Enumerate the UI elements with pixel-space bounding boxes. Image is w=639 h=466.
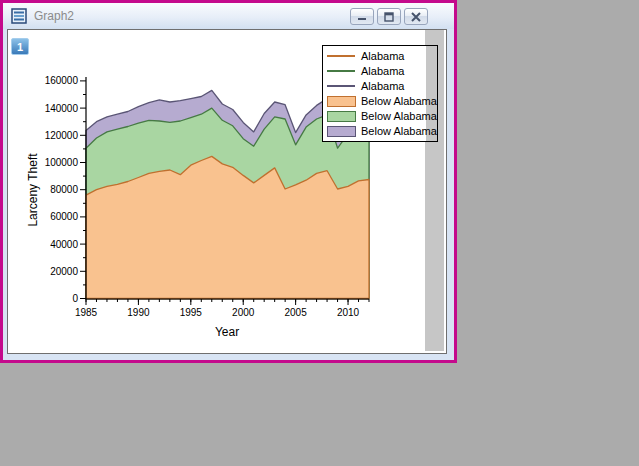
svg-text:1995: 1995 [180,307,203,318]
legend-fill-entry-2-label: Below Alabama [361,110,437,122]
desktop: { "window": { "title": "Graph2", "layer_… [0,0,639,466]
close-button[interactable] [404,8,428,25]
legend-box[interactable]: AlabamaAlabamaAlabamaBelow AlabamaBelow … [322,45,438,142]
svg-text:60000: 60000 [50,211,78,222]
minimize-button[interactable] [350,8,374,25]
legend-fill-entry-1-label: Below Alabama [361,95,437,107]
legend-line-entry-3-sample-icon [327,85,359,87]
legend-line-entry-2-label: Alabama [361,65,404,77]
legend-line-entry-1: Alabama [327,48,437,63]
legend-line-entry-1-sample-icon [327,55,359,57]
svg-text:40000: 40000 [50,239,78,250]
maximize-button[interactable] [377,8,401,25]
window-controls [350,8,428,25]
legend-fill-entry-2-sample-icon [327,111,359,122]
legend-line-entry-2: Alabama [327,63,437,78]
legend-fill-entry-3-label: Below Alabama [361,125,437,137]
legend-line-entry-3: Alabama [327,78,437,93]
graph-window: Graph2 1 0200004000060000800001000001200… [0,0,457,363]
legend-line-entry-3-label: Alabama [361,80,404,92]
legend-fill-entry-1: Below Alabama [327,94,437,109]
legend-line-entry-2-sample-icon [327,70,359,72]
svg-text:0: 0 [72,293,78,304]
title-bar[interactable]: Graph2 [3,3,454,29]
svg-text:140000: 140000 [45,103,79,114]
legend-fill-entry-3: Below Alabama [327,124,437,139]
svg-text:2010: 2010 [337,307,360,318]
svg-text:20000: 20000 [50,266,78,277]
legend-fill-entry-3-sample-icon [327,126,359,137]
svg-text:1990: 1990 [127,307,150,318]
svg-text:1985: 1985 [75,307,98,318]
x-axis-label: Year [215,325,239,339]
legend-fill-entry-2: Below Alabama [327,109,437,124]
layer-badge[interactable]: 1 [11,38,29,55]
svg-text:120000: 120000 [45,130,79,141]
window-title: Graph2 [34,9,74,23]
svg-text:100000: 100000 [45,157,79,168]
svg-text:2005: 2005 [285,307,308,318]
y-axis-label: Larceny Theft [26,153,40,227]
graph-page: 1 02000040000600008000010000012000014000… [7,29,447,354]
window-frame: Graph2 1 0200004000060000800001000001200… [3,3,454,360]
legend-line-entry-1-label: Alabama [361,50,404,62]
svg-text:160000: 160000 [45,75,79,86]
svg-text:2000: 2000 [232,307,255,318]
graph-document-icon [11,8,27,24]
legend-fill-entry-1-sample-icon [327,96,359,107]
svg-text:80000: 80000 [50,184,78,195]
